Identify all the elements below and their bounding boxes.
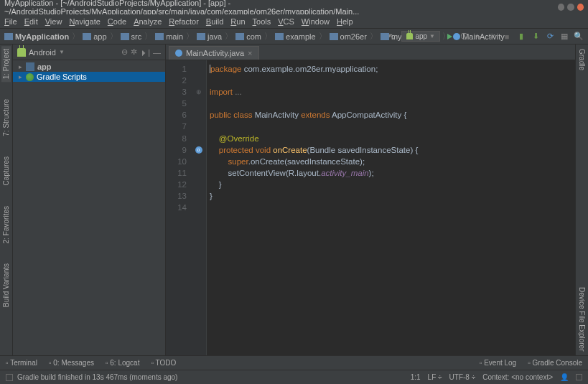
module-icon	[26, 62, 34, 71]
chevron-down-icon[interactable]: ▼	[59, 49, 65, 55]
expand-arrow-icon[interactable]: ▸	[17, 63, 23, 70]
sdk-manager-icon[interactable]: ⬇	[531, 32, 541, 42]
context-widget[interactable]: Context: <no context>	[482, 373, 553, 381]
menu-help[interactable]: Help	[337, 17, 353, 26]
file-encoding[interactable]: UTF-8 ÷	[449, 373, 476, 381]
menu-edit[interactable]: Edit	[24, 17, 38, 26]
expand-arrow-icon[interactable]: ▸	[17, 73, 23, 80]
bottom-tab-6-logcat[interactable]: ▫ 6: Logcat	[106, 359, 139, 367]
fold-icon[interactable]: ⊕	[196, 88, 202, 97]
code-editor[interactable]: 123567891011121314 ⊕o package com.exampl…	[166, 60, 575, 355]
settings-icon[interactable]: ✲	[131, 47, 137, 57]
tree-item-gradle-scripts[interactable]: ▸Gradle Scripts	[13, 72, 165, 82]
breadcrumb-app[interactable]: app	[83, 32, 106, 41]
breadcrumb-myapplication[interactable]: MyApplication	[4, 32, 69, 41]
lock-icon[interactable]	[576, 374, 582, 380]
search-icon[interactable]: 🔍	[574, 32, 584, 42]
status-message: Gradle build finished in 13s 467ms (mome…	[17, 373, 177, 381]
project-tool-window: Android ▼ ⊖ ✲ ⏵| — ▸app▸Gradle Scripts	[13, 45, 166, 355]
bottom-tab-terminal[interactable]: ▫ Terminal	[6, 359, 37, 367]
window-titlebar: MyApplication - [~/AndroidStudioProjects…	[0, 0, 588, 14]
tool-tab-7-structure[interactable]: 7: Structure	[1, 96, 11, 139]
menu-tools[interactable]: Tools	[253, 17, 271, 26]
gradle-icon	[26, 73, 34, 81]
menu-build[interactable]: Build	[206, 17, 223, 26]
editor-area: MainActivity.java × 123567891011121314 ⊕…	[166, 45, 575, 355]
tool-tab-captures[interactable]: Captures	[1, 154, 11, 189]
left-tool-window-bar: 1: Project7: StructureCaptures2: Favorit…	[0, 45, 13, 355]
menu-view[interactable]: View	[45, 17, 62, 26]
bottom-tab-todo[interactable]: ▫ TODO	[151, 359, 176, 367]
navigation-bar: MyApplication〉app〉src〉main〉java〉com〉exam…	[0, 29, 588, 45]
minimize-icon[interactable]	[558, 4, 564, 11]
hide-icon[interactable]: ⏵|	[140, 48, 150, 57]
override-gutter-icon[interactable]: o	[195, 146, 202, 154]
run-config-dropdown[interactable]: app ▼	[401, 31, 440, 42]
tab-label: MainActivity.java	[186, 49, 244, 57]
run-button[interactable]	[444, 32, 454, 42]
main-toolbar: ↖ app ▼ ⤿ ➶ ■ ▮ ⬇ ⟳ ▦ 🔍	[387, 29, 584, 44]
line-ending[interactable]: LF ÷	[428, 373, 442, 381]
folder-icon	[330, 33, 338, 40]
tool-tab-device-file-explorer[interactable]: Device File Explorer	[577, 284, 587, 354]
menu-navigate[interactable]: Navigate	[69, 17, 100, 26]
bottom-tab-0-messages[interactable]: ▫ 0: Messages	[49, 359, 94, 367]
right-tool-window-bar: GradleDevice File Explorer	[575, 45, 588, 355]
tab-mainactivity[interactable]: MainActivity.java ×	[169, 46, 259, 60]
android-icon	[17, 48, 26, 57]
tree-item-app[interactable]: ▸app	[13, 62, 165, 72]
menu-window[interactable]: Window	[302, 17, 330, 26]
code-body[interactable]: package com.example.om26er.myapplication…	[207, 60, 575, 355]
project-view-header: Android ▼ ⊖ ✲ ⏵| —	[13, 45, 165, 60]
gear-icon[interactable]: —	[153, 48, 161, 57]
breadcrumb-om26er[interactable]: om26er	[330, 32, 367, 41]
breadcrumb-main[interactable]: main	[155, 32, 183, 41]
menu-vcs[interactable]: VCS	[278, 17, 294, 26]
back-icon[interactable]: ↖	[387, 32, 397, 42]
maximize-icon[interactable]	[567, 4, 574, 11]
breadcrumb-com[interactable]: com	[235, 32, 261, 41]
bottom-tool-window-bar: ▫ Terminal▫ 0: Messages▫ 6: Logcat▫ TODO…	[0, 355, 588, 370]
tool-tab-build-variants[interactable]: Build Variants	[1, 261, 11, 310]
profile-button[interactable]: ⤿	[473, 32, 483, 42]
sync-gradle-icon[interactable]: ⟳	[545, 32, 555, 42]
menu-run[interactable]: Run	[230, 17, 245, 26]
breadcrumb-src[interactable]: src	[121, 32, 142, 41]
inspect-icon[interactable]: 👤	[560, 373, 569, 381]
status-indicator-icon[interactable]	[6, 374, 13, 381]
status-bar: Gradle build finished in 13s 467ms (mome…	[0, 370, 588, 384]
icons-gutter: ⊕o	[191, 60, 207, 355]
project-tree[interactable]: ▸app▸Gradle Scripts	[13, 60, 165, 83]
close-icon[interactable]	[577, 4, 584, 11]
avd-manager-icon[interactable]: ▮	[516, 32, 526, 42]
folder-icon	[121, 33, 129, 40]
folder-icon	[235, 33, 244, 40]
stop-button[interactable]: ■	[502, 32, 512, 42]
folder-icon	[197, 33, 205, 40]
bottom-tab-gradle-console[interactable]: ▫ Gradle Console	[528, 359, 582, 367]
bottom-tab-event-log[interactable]: ▫ Event Log	[480, 359, 516, 367]
tool-tab-gradle[interactable]: Gradle	[577, 46, 587, 73]
menu-refactor[interactable]: Refactor	[169, 17, 199, 26]
java-class-icon	[175, 50, 182, 57]
folder-icon	[4, 33, 13, 40]
tool-tab-1-project[interactable]: 1: Project	[1, 46, 11, 82]
tool-tab-2-favorites[interactable]: 2: Favorites	[1, 203, 11, 246]
folder-icon	[155, 33, 164, 40]
editor-tabs: MainActivity.java ×	[166, 45, 575, 60]
folder-icon	[83, 33, 91, 40]
attach-button[interactable]: ➶	[487, 32, 498, 42]
collapse-icon[interactable]: ⊖	[121, 47, 128, 57]
menu-analyze[interactable]: Analyze	[134, 17, 162, 26]
breadcrumb-example[interactable]: example	[275, 32, 316, 41]
breadcrumb-java[interactable]: java	[197, 32, 222, 41]
folder-icon	[275, 33, 284, 40]
debug-button[interactable]	[459, 32, 469, 42]
menu-file[interactable]: File	[4, 17, 17, 26]
menu-code[interactable]: Code	[108, 17, 126, 26]
project-view-mode[interactable]: Android	[29, 48, 56, 57]
project-structure-icon[interactable]: ▦	[559, 32, 569, 42]
close-tab-icon[interactable]: ×	[248, 49, 252, 57]
caret-position[interactable]: 1:1	[411, 373, 421, 381]
window-title: MyApplication - [~/AndroidStudioProjects…	[4, 0, 555, 16]
